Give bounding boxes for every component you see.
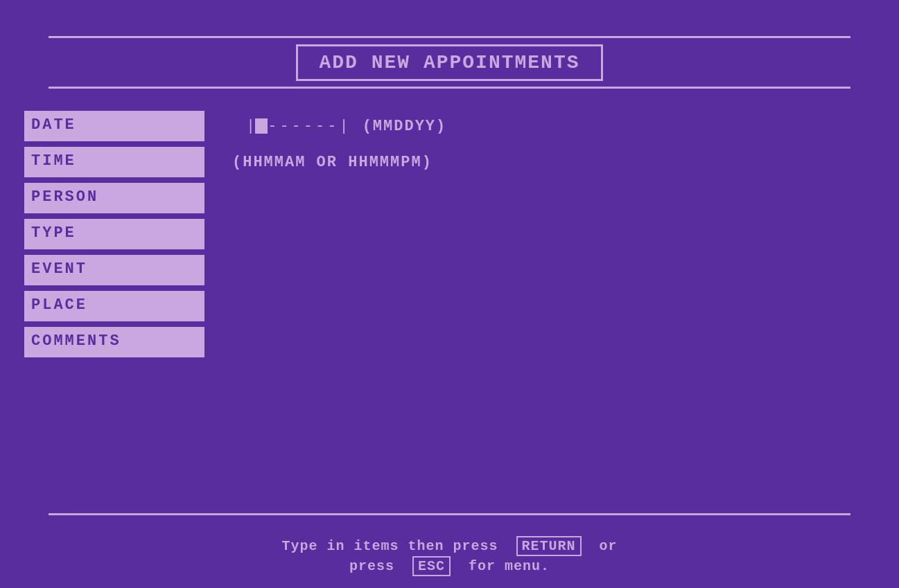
title-box: ADD NEW APPOINTMENTS — [296, 44, 602, 81]
screen: ADD NEW APPOINTMENTS DATE | ------ | (MM… — [0, 0, 899, 588]
place-label: PLACE — [24, 291, 204, 321]
top-border-bottom — [49, 87, 850, 89]
time-label: TIME — [24, 147, 204, 177]
event-row: EVENT — [24, 255, 446, 285]
time-hint: (HHMMAM or HHMMMPM) — [232, 154, 433, 171]
esc-key: ESC — [412, 556, 451, 576]
time-row: TIME (HHMMAM or HHMMMPM) — [24, 147, 446, 177]
date-dashes: ------ — [268, 118, 339, 135]
type-row: TYPE — [24, 219, 446, 249]
bottom-or: or — [600, 538, 618, 554]
return-key: RETURN — [516, 536, 582, 556]
bottom-line2: press ESC for menu. — [49, 558, 850, 574]
date-input-area: | ------ | (MMDDYY) — [246, 118, 446, 135]
date-hint: (MMDDYY) — [363, 118, 447, 135]
time-hint-container: (HHMMAM or HHMMMPM) — [218, 154, 433, 171]
person-row: PERSON — [24, 183, 446, 213]
page-title: ADD NEW APPOINTMENTS — [319, 52, 579, 73]
event-label: EVENT — [24, 255, 204, 285]
person-label: PERSON — [24, 183, 204, 213]
form-container: DATE | ------ | (MMDDYY) TIME (HHMMAM or… — [24, 111, 446, 363]
date-bracket-left: | — [246, 118, 255, 135]
date-cursor — [255, 118, 268, 134]
comments-row: COMMENTS — [24, 327, 446, 357]
bottom-line2-press: press — [349, 558, 394, 574]
place-row: PLACE — [24, 291, 446, 321]
date-label: DATE — [24, 111, 204, 141]
type-label: TYPE — [24, 219, 204, 249]
bottom-line1: Type in items then press RETURN or — [49, 538, 850, 554]
comments-label: COMMENTS — [24, 327, 204, 357]
bottom-line1-text: Type in items then press — [281, 538, 498, 554]
bottom-line2-end: for menu. — [469, 558, 550, 574]
title-container: ADD NEW APPOINTMENTS — [49, 38, 850, 87]
date-row: DATE | ------ | (MMDDYY) — [24, 111, 446, 141]
date-bracket-right: | — [339, 118, 348, 135]
bottom-status: Type in items then press RETURN or press… — [49, 538, 850, 574]
bottom-border — [49, 513, 850, 515]
